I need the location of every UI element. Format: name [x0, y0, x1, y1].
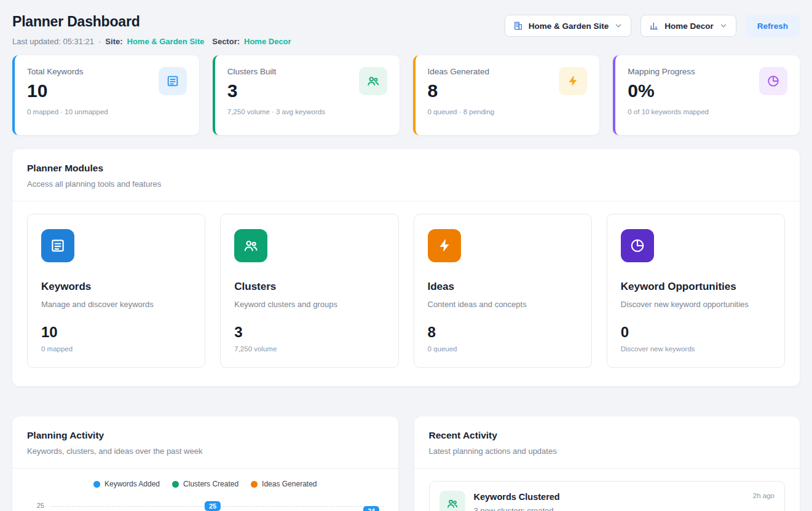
users-icon — [234, 229, 267, 262]
pie-chart-icon — [621, 229, 654, 262]
chevron-down-icon — [719, 21, 728, 30]
module-description: Keyword clusters and groups — [234, 300, 384, 309]
module-card-ideas[interactable]: Ideas Content ideas and concepts 8 0 que… — [414, 214, 592, 368]
module-value: 0 — [621, 324, 771, 341]
module-caption: 0 mapped — [41, 345, 191, 353]
stat-label: Mapping Progress — [628, 67, 709, 76]
module-card-clusters[interactable]: Clusters Keyword clusters and groups 3 7… — [220, 214, 398, 368]
module-description: Content ideas and concepts — [428, 300, 578, 309]
planner-dashboard-page: Planner Dashboard Last updated: 05:31:21… — [0, 0, 812, 511]
module-card-keywords[interactable]: Keywords Manage and discover keywords 10… — [27, 214, 205, 368]
legend-item-keywords-added: Keywords Added — [93, 480, 160, 488]
recent-activity-panel: Recent Activity Latest planning actions … — [414, 416, 800, 511]
modules-section-subtitle: Access all planning tools and features — [27, 179, 785, 189]
module-title: Keywords — [41, 281, 191, 293]
planning-activity-subtitle: Keywords, clusters, and ideas over the p… — [27, 447, 384, 456]
topbar-controls: Home & Garden Site Home Decor Refresh — [505, 15, 800, 37]
module-title: Clusters — [234, 281, 384, 293]
legend-label: Keywords Added — [104, 480, 160, 488]
chevron-down-icon — [614, 21, 623, 30]
stat-card-ideas-generated: Ideas Generated 8 0 queued · 8 pending — [413, 55, 600, 135]
module-caption: Discover new keywords — [621, 345, 771, 353]
legend-item-clusters-created: Clusters Created — [172, 480, 238, 488]
stat-value: 3 — [227, 80, 325, 101]
site-selector[interactable]: Home & Garden Site — [505, 15, 632, 37]
legend-dot — [93, 481, 100, 488]
stat-label: Ideas Generated — [428, 67, 495, 76]
meta-separator: · — [98, 37, 101, 46]
building-icon — [513, 21, 523, 31]
sector-label: Sector: — [212, 37, 240, 46]
activity-item-keywords-clustered: Keywords Clustered 3 new clusters create… — [429, 481, 786, 511]
stat-caption: 0 mapped · 10 unmapped — [27, 108, 108, 115]
bottom-row: Planning Activity Keywords, clusters, an… — [12, 402, 800, 511]
sector-selector-label: Home Decor — [664, 21, 714, 31]
module-value: 10 — [41, 324, 191, 341]
recent-activity-subtitle: Latest planning actions and updates — [429, 447, 786, 456]
legend-label: Ideas Generated — [262, 480, 317, 488]
point-label-badge: 25 — [205, 501, 221, 511]
stat-caption: 0 of 10 keywords mapped — [628, 108, 709, 115]
lightning-icon — [428, 229, 461, 262]
planner-modules-panel: Planner Modules Access all planning tool… — [12, 149, 800, 386]
module-title: Ideas — [428, 281, 578, 293]
legend-label: Clusters Created — [183, 480, 238, 488]
module-title: Keyword Opportunities — [621, 281, 771, 293]
modules-grid: Keywords Manage and discover keywords 10… — [12, 201, 800, 386]
users-icon — [359, 67, 387, 95]
module-description: Manage and discover keywords — [41, 300, 191, 309]
point-label-badge: 24 — [363, 506, 379, 511]
stat-caption: 0 queued · 8 pending — [428, 108, 495, 115]
site-link[interactable]: Home & Garden Site — [127, 37, 205, 46]
refresh-button[interactable]: Refresh — [746, 15, 800, 37]
document-icon — [41, 229, 74, 262]
module-description: Discover new keyword opportunities — [621, 300, 771, 309]
stat-label: Total Keywords — [27, 67, 108, 76]
activity-item-title: Keywords Clustered — [474, 492, 560, 502]
meta-line: Last updated: 05:31:21 · Site: Home & Ga… — [12, 37, 291, 46]
site-label: Site: — [105, 37, 122, 46]
module-value: 8 — [428, 324, 578, 341]
bar-chart-icon — [649, 21, 659, 31]
stat-value: 10 — [27, 80, 108, 101]
modules-section-title: Planner Modules — [27, 163, 785, 174]
legend-item-ideas-generated: Ideas Generated — [251, 480, 317, 488]
topbar: Planner Dashboard Last updated: 05:31:21… — [12, 10, 800, 46]
legend-dot — [251, 481, 258, 488]
topbar-left: Planner Dashboard Last updated: 05:31:21… — [12, 10, 291, 46]
recent-activity-title: Recent Activity — [429, 430, 786, 441]
stat-value: 8 — [428, 80, 495, 101]
site-selector-label: Home & Garden Site — [529, 21, 609, 31]
planning-activity-chart: 25 25 24 — [27, 493, 384, 511]
stat-card-mapping-progress: Mapping Progress 0% 0 of 10 keywords map… — [613, 55, 800, 135]
y-axis-tick: 25 — [31, 502, 44, 509]
legend-dot — [172, 481, 179, 488]
document-icon — [159, 67, 187, 95]
stat-cards-row: Total Keywords 10 0 mapped · 10 unmapped… — [12, 55, 800, 135]
module-value: 3 — [234, 324, 384, 341]
page-title: Planner Dashboard — [12, 14, 291, 30]
stat-value: 0% — [628, 80, 709, 101]
lightning-icon — [559, 67, 587, 95]
users-icon — [440, 491, 465, 511]
stat-card-clusters-built: Clusters Built 3 7,250 volume · 3 avg ke… — [213, 55, 400, 135]
pie-chart-icon — [759, 67, 787, 95]
stat-caption: 7,250 volume · 3 avg keywords — [227, 108, 325, 115]
planning-activity-title: Planning Activity — [27, 430, 384, 441]
activity-item-subtitle: 3 new clusters created — [474, 506, 560, 511]
sector-link[interactable]: Home Decor — [244, 37, 291, 46]
stat-card-total-keywords: Total Keywords 10 0 mapped · 10 unmapped — [12, 55, 199, 135]
chart-legend: Keywords Added Clusters Created Ideas Ge… — [12, 469, 398, 493]
stat-label: Clusters Built — [227, 67, 325, 76]
sector-selector[interactable]: Home Decor — [641, 15, 736, 37]
module-card-keyword-opportunities[interactable]: Keyword Opportunities Discover new keywo… — [607, 214, 785, 368]
module-caption: 7,250 volume — [234, 345, 384, 353]
recent-activity-list: Keywords Clustered 3 new clusters create… — [414, 469, 800, 511]
activity-item-time: 2h ago — [753, 492, 775, 499]
planning-activity-panel: Planning Activity Keywords, clusters, an… — [12, 416, 398, 511]
last-updated-text: Last updated: 05:31:21 — [12, 37, 94, 46]
module-caption: 0 queued — [428, 345, 578, 353]
